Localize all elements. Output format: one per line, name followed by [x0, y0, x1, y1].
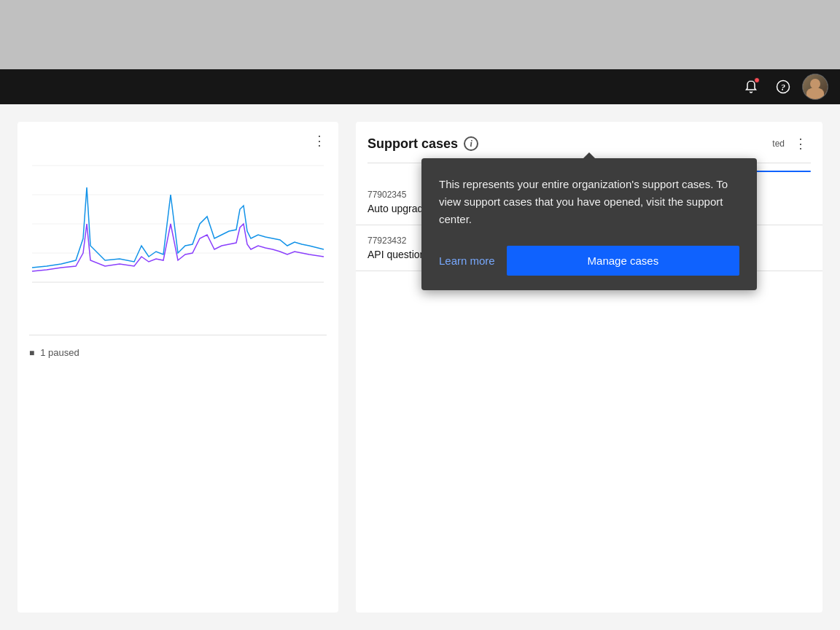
purple-line [32, 224, 324, 271]
teal-line [32, 187, 324, 268]
tooltip-actions: Learn more Manage cases [439, 246, 739, 276]
chart-svg [29, 151, 327, 297]
learn-more-button[interactable]: Learn more [439, 247, 495, 274]
legend-label: 1 paused [40, 347, 79, 358]
tooltip-text: This represents your entire organization… [439, 176, 739, 228]
main-content: ⋮ ■ 1 paused Support case [0, 104, 840, 630]
svg-text:?: ? [781, 82, 785, 93]
browser-chrome [0, 0, 840, 69]
panel-title: Support cases [368, 136, 458, 152]
blue-line-indicator [752, 171, 811, 172]
help-button[interactable]: ? [770, 74, 796, 100]
info-icon-button[interactable]: i [464, 136, 478, 151]
right-panel-menu-button[interactable]: ⋮ [790, 133, 811, 154]
notification-dot [754, 77, 760, 83]
left-panel: ⋮ ■ 1 paused [18, 122, 338, 612]
chart-area [29, 151, 327, 311]
truncated-header-text: ted [772, 139, 785, 149]
avatar[interactable] [802, 74, 828, 100]
left-panel-menu-button[interactable]: ⋮ [309, 131, 330, 151]
panel-title-row: Support cases i [368, 136, 478, 152]
panel-header: Support cases i ted ⋮ [356, 122, 822, 154]
tooltip-popup: This represents your entire organization… [421, 158, 757, 290]
manage-cases-button[interactable]: Manage cases [507, 246, 739, 276]
avatar-image [803, 74, 828, 99]
legend-icon: ■ [29, 348, 34, 358]
app-header: ? [0, 69, 840, 104]
help-icon: ? [776, 79, 790, 94]
right-panel: Support cases i ted ⋮ This represents yo… [356, 122, 822, 612]
chart-legend: ■ 1 paused [29, 335, 327, 358]
notifications-button[interactable] [738, 74, 764, 100]
